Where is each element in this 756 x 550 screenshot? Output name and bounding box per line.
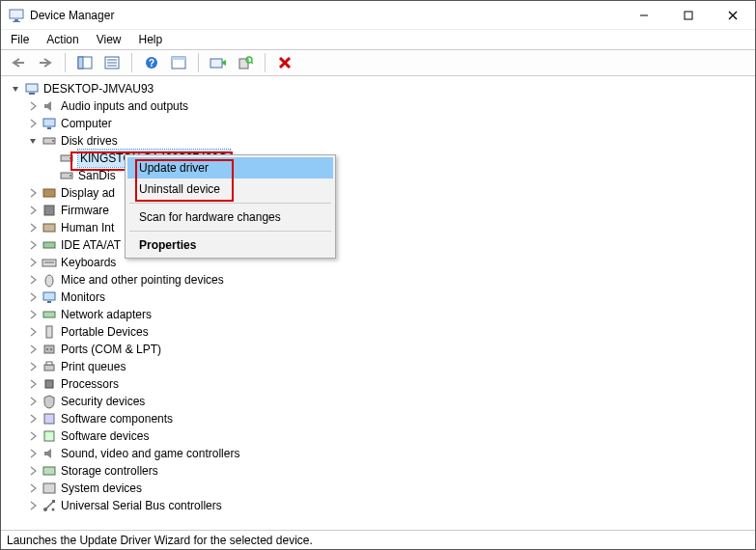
help-button[interactable]: ? (140, 52, 163, 73)
chevron-right-icon[interactable] (26, 464, 40, 478)
chevron-down-icon[interactable] (26, 134, 40, 148)
tree-category-hid[interactable]: Human Int (7, 219, 755, 236)
tree-item-sandisk[interactable]: SanDis (7, 167, 755, 184)
chevron-right-icon[interactable] (26, 273, 40, 287)
toolbar: ? (1, 49, 755, 76)
chevron-right-icon[interactable] (26, 499, 40, 512)
chevron-down-icon[interactable] (9, 82, 22, 96)
printer-icon (42, 359, 57, 374)
scan-hardware-button[interactable] (234, 52, 257, 73)
tree-label: Processors (61, 375, 119, 393)
tree-category-portable[interactable]: Portable Devices (7, 323, 755, 341)
chevron-right-icon[interactable] (26, 360, 40, 373)
uninstall-device-button[interactable] (273, 52, 296, 73)
ctx-item-label: Update driver (139, 161, 209, 175)
svg-rect-54 (43, 467, 55, 475)
menubar: File Action View Help (1, 30, 755, 49)
monitor-icon (42, 289, 57, 305)
tree-category-network[interactable]: Network adapters (7, 306, 755, 323)
minimize-button[interactable] (622, 1, 666, 30)
svg-point-48 (50, 348, 52, 350)
view-button[interactable] (167, 52, 190, 73)
tree-item-kingston[interactable]: KINGSTON SA400S37480G (7, 150, 755, 167)
toolbar-separator (198, 53, 199, 72)
chevron-right-icon[interactable] (26, 117, 40, 130)
tree-label: Keyboards (61, 254, 116, 271)
tree-category-display[interactable]: Display ad (7, 184, 755, 202)
svg-point-41 (45, 275, 53, 287)
menu-view[interactable]: View (95, 33, 124, 46)
chevron-right-icon[interactable] (26, 238, 40, 252)
chevron-right-icon[interactable] (26, 343, 40, 356)
svg-rect-45 (46, 326, 52, 338)
tree-category-firmware[interactable]: Firmware (7, 202, 755, 219)
svg-point-34 (70, 175, 71, 177)
tree-label: Software devices (61, 427, 149, 445)
chevron-right-icon[interactable] (26, 204, 40, 217)
tree-category-audio[interactable]: Audio inputs and outputs (7, 97, 755, 115)
tree-category-ports[interactable]: Ports (COM & LPT) (7, 341, 755, 358)
menu-file[interactable]: File (9, 33, 31, 46)
chevron-right-icon[interactable] (26, 308, 40, 321)
svg-point-47 (46, 348, 48, 350)
chevron-right-icon[interactable] (26, 99, 40, 113)
tree-category-print-queues[interactable]: Print queues (7, 358, 755, 375)
svg-point-32 (70, 157, 71, 159)
svg-rect-27 (43, 119, 55, 126)
network-icon (42, 307, 57, 322)
svg-rect-52 (44, 414, 54, 424)
ctx-update-driver[interactable]: Update driver (127, 157, 333, 179)
chevron-right-icon[interactable] (26, 447, 40, 460)
tree-root[interactable]: DESKTOP-JMVAU93 (7, 80, 755, 97)
display-adapter-icon (42, 185, 57, 201)
tree-category-software-devices[interactable]: Software devices (7, 427, 755, 445)
chevron-right-icon[interactable] (26, 395, 40, 408)
ctx-uninstall-device[interactable]: Uninstall device (127, 179, 333, 200)
chevron-right-icon[interactable] (26, 325, 40, 339)
tree-category-software-components[interactable]: Software components (7, 410, 755, 427)
hid-icon (42, 220, 57, 235)
tree-category-storage[interactable]: Storage controllers (7, 462, 755, 480)
tree-label: Audio inputs and outputs (61, 97, 188, 115)
back-button[interactable] (7, 52, 30, 73)
close-button[interactable] (711, 1, 755, 30)
menu-help[interactable]: Help (137, 33, 165, 46)
tree-category-processors[interactable]: Processors (7, 375, 755, 393)
tree-label: Human Int (61, 219, 114, 236)
svg-rect-19 (210, 59, 222, 68)
chevron-right-icon[interactable] (26, 290, 40, 304)
tree-category-usb[interactable]: Universal Serial Bus controllers (7, 497, 755, 514)
tree-category-monitors[interactable]: Monitors (7, 289, 755, 306)
device-tree[interactable]: DESKTOP-JMVAU93 Audio inputs and outputs… (1, 76, 755, 530)
chevron-right-icon[interactable] (26, 256, 40, 269)
tree-category-security[interactable]: Security devices (7, 393, 755, 410)
tree-category-computer[interactable]: Computer (7, 115, 755, 132)
chevron-right-icon[interactable] (26, 186, 40, 200)
tree-label: Software components (61, 410, 173, 427)
tree-label: Universal Serial Bus controllers (61, 497, 222, 514)
forward-button[interactable] (34, 52, 57, 73)
chevron-right-icon[interactable] (26, 412, 40, 426)
tree-category-system[interactable]: System devices (7, 480, 755, 497)
ctx-properties[interactable]: Properties (127, 234, 333, 256)
app-icon (9, 8, 24, 23)
svg-rect-38 (43, 242, 55, 248)
update-driver-button[interactable] (207, 52, 230, 73)
tree-category-disk-drives[interactable]: Disk drives (7, 132, 755, 150)
svg-line-57 (45, 502, 53, 509)
svg-rect-51 (45, 380, 53, 388)
tree-category-ide[interactable]: IDE ATA/AT (7, 236, 755, 254)
chevron-right-icon[interactable] (26, 429, 40, 443)
tree-category-keyboards[interactable]: Keyboards (7, 254, 755, 271)
properties-button[interactable] (100, 52, 124, 73)
chevron-right-icon[interactable] (26, 481, 40, 495)
svg-point-30 (52, 140, 54, 142)
tree-category-mice[interactable]: Mice and other pointing devices (7, 271, 755, 289)
ctx-scan-hardware[interactable]: Scan for hardware changes (127, 206, 333, 228)
menu-action[interactable]: Action (44, 33, 80, 46)
show-hide-console-tree-button[interactable] (73, 52, 97, 73)
chevron-right-icon[interactable] (26, 377, 40, 391)
tree-category-sound[interactable]: Sound, video and game controllers (7, 445, 755, 462)
chevron-right-icon[interactable] (26, 221, 40, 234)
maximize-button[interactable] (666, 1, 711, 30)
